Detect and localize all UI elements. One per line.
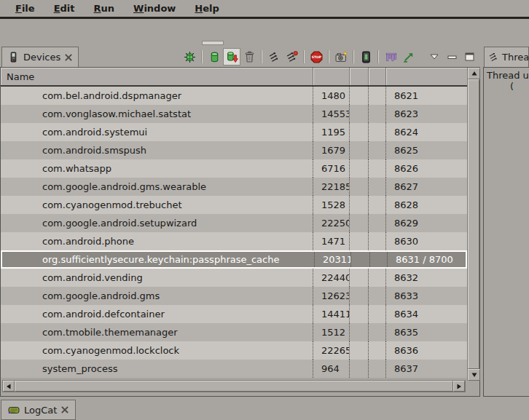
- client-pid: 22265: [313, 341, 350, 360]
- cause-gc-button[interactable]: [240, 48, 258, 66]
- client-port: 8629: [386, 214, 467, 232]
- client-heap-cell: [350, 141, 369, 159]
- client-port: 8635: [386, 323, 467, 341]
- table-row[interactable]: com.google.android.gms 12623 8633: [1, 287, 467, 305]
- column-header-port[interactable]: [386, 68, 467, 85]
- client-pid: 1480: [313, 87, 350, 105]
- menu-window[interactable]: Window: [124, 0, 185, 18]
- main-toolbar-strip: [0, 21, 529, 45]
- table-row[interactable]: com.bel.android.dspmanager 1480 8621: [1, 87, 467, 105]
- client-port: 8625: [386, 141, 467, 159]
- table-row[interactable]: com.vonglasow.michael.satstat 14553 8623: [1, 105, 467, 123]
- client-heap-cell: [350, 232, 369, 250]
- update-heap-button[interactable]: [205, 48, 223, 66]
- client-thread-cell: [369, 159, 386, 178]
- cause-gc-icon: [243, 51, 256, 63]
- client-thread-cell: [369, 214, 386, 232]
- client-name: com.vonglasow.michael.satstat: [1, 105, 313, 123]
- screen-capture-button[interactable]: [332, 48, 350, 66]
- client-thread-cell: [369, 141, 386, 159]
- table-row[interactable]: com.android.defcontainer 14411 8634: [1, 305, 467, 323]
- device-phone-icon: [8, 52, 19, 63]
- client-pid: 14553: [313, 105, 350, 123]
- client-thread-cell: [370, 252, 388, 267]
- scroll-left-button[interactable]: [3, 381, 15, 392]
- minimize-button[interactable]: [443, 48, 461, 66]
- horizontal-scroll-thumb[interactable]: [15, 381, 453, 392]
- client-thread-cell: [369, 196, 386, 214]
- debug-process-button[interactable]: [181, 48, 198, 66]
- table-row[interactable]: com.cyanogenmod.lockclock 22265 8636: [1, 341, 467, 360]
- client-name: system_process: [1, 360, 313, 378]
- client-pid: 20311: [315, 252, 351, 267]
- maximize-button[interactable]: [461, 48, 478, 66]
- menu-file[interactable]: File: [6, 0, 44, 18]
- table-row[interactable]: com.android.phone 1471 8630: [1, 232, 467, 250]
- horizontal-scrollbar[interactable]: [2, 380, 466, 392]
- column-header-name[interactable]: Name: [1, 68, 313, 85]
- dump-view-hierarchy-button[interactable]: [357, 48, 375, 66]
- client-heap-cell: [350, 159, 369, 178]
- toolbar-separator: [377, 50, 379, 63]
- capture-systrace-icon: [385, 51, 397, 63]
- client-port: 8621: [386, 87, 467, 105]
- tab-threads-label: Threa: [502, 52, 529, 63]
- vertical-scrollbar[interactable]: [467, 68, 479, 381]
- tab-devices[interactable]: Devices: [1, 47, 79, 67]
- table-row[interactable]: com.android.systemui 1195 8624: [1, 123, 467, 141]
- dump-hprof-button[interactable]: [223, 48, 240, 66]
- menu-edit[interactable]: Edit: [44, 0, 85, 18]
- menu-help[interactable]: Help: [185, 0, 228, 18]
- table-row[interactable]: org.sufficientlysecure.keychain:passphra…: [1, 250, 467, 269]
- client-port: 8627: [386, 178, 467, 196]
- client-port: 8636: [386, 341, 467, 360]
- vertical-scroll-thumb[interactable]: [468, 79, 479, 369]
- client-name: com.android.defcontainer: [1, 305, 313, 323]
- tab-logcat-label: LogCat: [24, 405, 57, 416]
- column-header-heap[interactable]: [350, 68, 369, 85]
- view-menu-button[interactable]: [426, 48, 443, 66]
- minimize-icon: [447, 53, 457, 61]
- stop-process-button[interactable]: STOP: [307, 48, 325, 66]
- toolbar-separator: [328, 50, 329, 63]
- table-row[interactable]: com.whatsapp 6716 8626: [1, 159, 467, 178]
- table-row[interactable]: system_process 964 8637: [1, 360, 467, 378]
- client-thread-cell: [369, 232, 386, 250]
- table-row[interactable]: com.android.smspush 1679 8625: [1, 141, 467, 159]
- column-header-threads[interactable]: [369, 68, 386, 85]
- table-row[interactable]: com.google.android.gms.wearable 22185 86…: [1, 178, 467, 196]
- update-threads-button[interactable]: [265, 48, 283, 66]
- scroll-right-button[interactable]: [453, 381, 465, 392]
- client-name: com.google.android.gms: [1, 287, 313, 305]
- start-opengl-trace-button[interactable]: [399, 48, 417, 66]
- scroll-down-button[interactable]: [468, 369, 480, 381]
- column-header-pid[interactable]: [313, 68, 350, 85]
- dump-view-hierarchy-icon: [360, 51, 372, 63]
- client-thread-cell: [369, 105, 386, 123]
- client-port: 8626: [386, 159, 467, 178]
- client-heap-cell: [350, 341, 369, 360]
- client-name: com.android.phone: [1, 232, 313, 250]
- table-row[interactable]: com.google.android.setupwizard 22250 862…: [1, 214, 467, 232]
- table-row[interactable]: com.android.vending 22440 8632: [1, 269, 467, 287]
- scroll-up-button[interactable]: [468, 68, 480, 79]
- client-heap-cell: [350, 214, 369, 232]
- start-method-profiling-button[interactable]: [283, 48, 300, 66]
- tab-threads[interactable]: Threa: [484, 47, 529, 67]
- devices-tabbar: Devices: [0, 45, 482, 67]
- menu-run[interactable]: Run: [85, 0, 125, 18]
- client-pid: 1471: [313, 232, 350, 250]
- client-port: 8633: [386, 287, 467, 305]
- table-row[interactable]: com.cyanogenmod.trebuchet 1528 8628: [1, 196, 467, 214]
- stop-icon-label: STOP: [311, 55, 321, 59]
- close-icon[interactable]: [65, 54, 72, 61]
- stop-process-icon: STOP: [310, 51, 323, 63]
- toolbar-separator: [201, 50, 203, 63]
- client-port: 8628: [386, 196, 467, 214]
- close-icon[interactable]: [61, 406, 68, 413]
- table-row[interactable]: com.tmobile.thememanager 1512 8635: [1, 323, 467, 341]
- threads-message: Thread up (: [483, 67, 529, 397]
- tab-logcat[interactable]: LogCat: [1, 400, 76, 420]
- start-method-profiling-icon: [286, 51, 298, 63]
- capture-systrace-button[interactable]: [382, 48, 399, 66]
